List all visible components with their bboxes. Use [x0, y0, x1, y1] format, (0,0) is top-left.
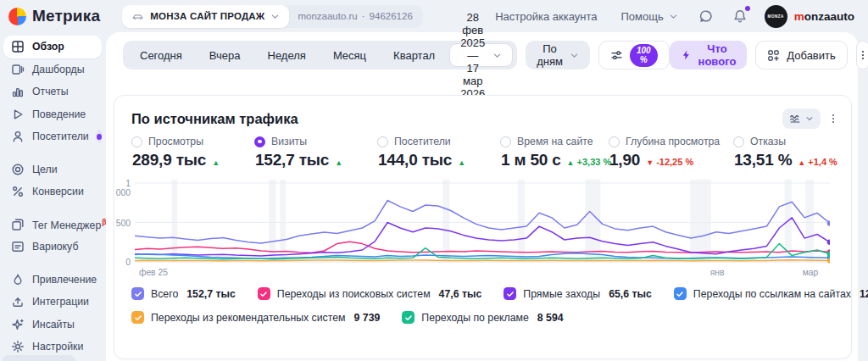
counter-domain[interactable]: monzaauto.ru — [298, 11, 357, 21]
sidebar-item-tag-manager[interactable]: Тег Менеджерβ — [3, 214, 102, 236]
metric-tab-2[interactable]: Посетители144,0 тыс▲ — [377, 136, 465, 169]
top-bar: Метрика МОНЗА САЙТ ПРОДАЖ monzaauto.ru ·… — [0, 0, 868, 32]
chart-type-select[interactable] — [782, 108, 821, 129]
date-preset-group: СегодняВчераНеделяМесяцКвартал28 фев 202… — [123, 41, 517, 69]
notifications-bell-icon[interactable] — [732, 8, 748, 24]
account-name[interactable]: monzaauto — [794, 10, 854, 23]
kebab-icon — [857, 49, 868, 61]
legend-label: Переходы по рекламе — [421, 312, 529, 324]
preset-2[interactable]: Неделя — [254, 41, 320, 69]
y-axis-tick: 1 000 — [114, 179, 131, 197]
metric-label: Время на сайте — [517, 136, 593, 147]
sidebar-item-goals[interactable]: Цели — [3, 158, 102, 181]
toolbar-menu-button[interactable] — [856, 41, 868, 69]
counter-id: 94626126 — [370, 11, 413, 21]
x-axis-label: фев 25 — [139, 268, 168, 277]
sidebar-item-attraction[interactable]: Привлечение — [3, 269, 102, 292]
sidebar-group: ОбзорДашбордыОтчетыПоведениеПосетители — [3, 36, 102, 148]
sidebar-item-label: Интеграции — [32, 296, 89, 308]
sidebar-item-behavior[interactable]: Поведение — [3, 103, 102, 126]
avatar[interactable]: MONZA — [765, 5, 787, 28]
legend-checkbox[interactable] — [258, 287, 270, 300]
metric-radio[interactable] — [377, 136, 388, 147]
legend-checkbox[interactable] — [674, 287, 687, 300]
insights-icon — [11, 318, 25, 331]
help-menu[interactable]: Помощь — [621, 10, 678, 23]
legend-value: 12,4 тыс — [860, 288, 868, 300]
trend-up-icon: ▲ — [335, 153, 342, 169]
legend-item-4[interactable]: Переходы из рекомендательных систем9 739 — [131, 311, 380, 324]
card-menu-button[interactable] — [827, 113, 839, 125]
trend-up-icon: ▲ +3,33 % — [567, 153, 612, 169]
metric-radio[interactable] — [254, 136, 265, 147]
chat-icon[interactable] — [698, 8, 714, 24]
add-widget-button[interactable]: Добавить — [755, 41, 847, 69]
line-chart[interactable]: 1 0005000фев 25янвмар — [114, 180, 851, 280]
dashboards-icon — [11, 63, 25, 76]
chevron-down-icon — [492, 51, 502, 60]
reports-icon — [11, 85, 25, 98]
legend-item-5[interactable]: Переходы по рекламе8 594 — [402, 311, 563, 324]
sidebar-item-integrations[interactable]: Интеграции — [3, 291, 102, 314]
metric-tab-5[interactable]: Отказы13,51 %▲ +1,4 % — [733, 136, 837, 169]
sidebar-item-insights[interactable]: Инсайты — [3, 314, 102, 336]
app-root: Метрика МОНЗА САЙТ ПРОДАЖ monzaauto.ru ·… — [0, 0, 868, 361]
behavior-icon — [11, 108, 25, 121]
sidebar-item-variocube[interactable]: Вариокуб — [3, 236, 102, 258]
sampling-button[interactable]: 100 % — [598, 41, 670, 69]
date-range-picker[interactable]: 28 фев 2025 — 17 мар 2026 — [449, 43, 513, 67]
counter-name-button[interactable]: МОНЗА САЙТ ПРОДАЖ — [122, 5, 289, 28]
legend-item-3[interactable]: Переходы по ссылкам на сайтах12,4 тыс — [674, 287, 868, 300]
preset-3[interactable]: Месяц — [320, 41, 380, 69]
metric-label: Просмотры — [148, 136, 203, 147]
check-icon — [506, 290, 515, 298]
integrations-icon — [11, 295, 25, 308]
sidebar-item-label: Тег Менеджерβ — [32, 218, 106, 231]
metrika-logo-text: Метрика — [32, 7, 100, 25]
legend-checkbox[interactable] — [131, 311, 144, 324]
metric-tab-4[interactable]: Глубина просмотра1,90▼ -12,25 % — [609, 136, 720, 169]
legend-item-0[interactable]: Всего152,7 тыс — [131, 287, 236, 300]
whats-new-button[interactable]: Что нового — [670, 41, 748, 69]
legend-checkbox[interactable] — [504, 287, 516, 300]
settings-icon — [11, 340, 25, 353]
legend-item-1[interactable]: Переходы из поисковых систем47,6 тыс — [258, 287, 482, 300]
check-icon — [134, 290, 142, 298]
metric-radio[interactable] — [500, 136, 511, 147]
sidebar-item-dashboards[interactable]: Дашборды — [3, 58, 102, 81]
y-axis-tick: 0 — [114, 258, 131, 267]
check-icon — [134, 314, 142, 322]
metric-tab-1[interactable]: Визиты152,7 тыс▲ — [254, 136, 342, 169]
help-label: Помощь — [621, 10, 664, 23]
conversions-icon — [11, 185, 25, 198]
legend-value: 47,6 тыс — [439, 288, 482, 300]
sidebar-item-label: Привлечение — [32, 274, 97, 286]
legend-item-2[interactable]: Прямые заходы65,6 тыс — [504, 287, 652, 300]
sidebar-item-label: Посетители — [32, 131, 89, 142]
sidebar-item-conversions[interactable]: Конверсии — [3, 180, 102, 203]
sidebar-item-overview[interactable]: Обзор — [3, 36, 102, 58]
grouping-select[interactable]: По дням — [526, 41, 590, 69]
metric-label: Глубина просмотра — [626, 136, 720, 147]
preset-4[interactable]: Квартал — [380, 41, 448, 69]
metric-radio[interactable] — [733, 136, 744, 147]
metric-radio[interactable] — [609, 136, 620, 147]
counter-name: МОНЗА САЙТ ПРОДАЖ — [150, 11, 264, 21]
legend-row: Всего152,7 тысПереходы из поисковых сист… — [131, 287, 839, 300]
metric-radio[interactable] — [131, 136, 142, 147]
sidebar-item-reports[interactable]: Отчеты — [3, 81, 102, 103]
sidebar-item-visitors[interactable]: Посетители — [3, 125, 102, 148]
preset-0[interactable]: Сегодня — [126, 41, 196, 69]
legend-checkbox[interactable] — [131, 287, 144, 300]
metrika-logo[interactable]: Метрика — [8, 7, 100, 25]
metric-tab-3[interactable]: Время на сайте1 м 50 с▲ +3,33 % — [500, 136, 611, 169]
legend-checkbox[interactable] — [402, 311, 415, 324]
account-settings-link[interactable]: Настройка аккаунта — [495, 10, 597, 23]
sidebar: ОбзорДашбордыОтчетыПоведениеПосетителиЦе… — [0, 32, 106, 361]
sidebar-group: ЦелиКонверсии — [3, 158, 102, 203]
preset-1[interactable]: Вчера — [196, 41, 254, 69]
legend-value: 9 739 — [354, 312, 381, 324]
metric-tab-0[interactable]: Просмотры289,9 тыс▲ — [131, 136, 220, 169]
add-label: Добавить — [787, 49, 835, 62]
trend-up-icon: ▲ — [212, 153, 220, 169]
